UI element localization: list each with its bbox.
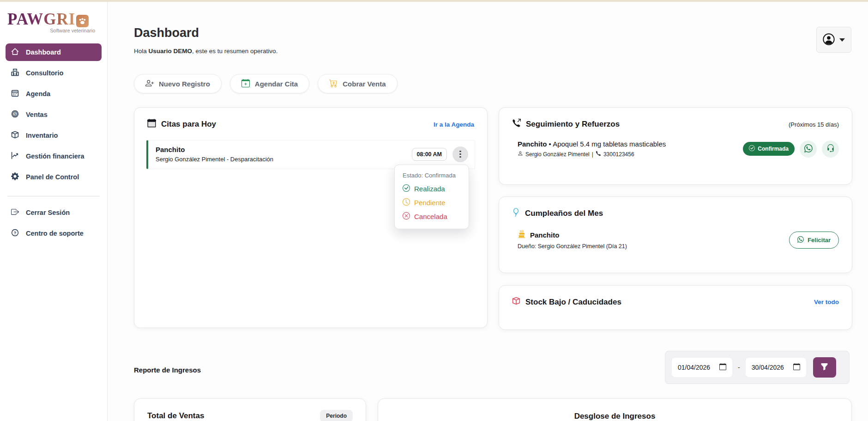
sidebar-item-agenda[interactable]: Agenda: [6, 85, 102, 103]
whatsapp-button[interactable]: [800, 140, 817, 158]
cumpleanos-card: Cumpleaños del Mes Panchito Du: [499, 196, 852, 273]
sidebar-item-label: Agenda: [26, 90, 50, 98]
sidebar-item-label: Consultorio: [26, 69, 63, 77]
user-menu-button[interactable]: [816, 27, 851, 53]
card-title-text: Total de Ventas: [147, 411, 204, 421]
balloon-icon: [512, 208, 520, 219]
page-title: Dashboard: [134, 26, 199, 40]
sidebar-item-consultorio[interactable]: Consultorio: [6, 64, 102, 82]
sidebar-item-label: Cerrar Sesión: [26, 209, 70, 216]
sidebar-item-cerrar-sesion[interactable]: Cerrar Sesión: [6, 204, 102, 221]
sidebar-item-ventas[interactable]: $ Ventas: [6, 106, 102, 123]
felicitar-label: Felicitar: [808, 237, 831, 244]
total-ventas-card: Total de Ventas Periodo: [134, 398, 366, 421]
date-to-value: 30/04/2026: [752, 364, 784, 371]
action-label: Cobrar Venta: [343, 80, 386, 88]
status-badge: Confirmada: [743, 142, 795, 156]
greeting-username: Usuario DEMO: [149, 48, 193, 55]
date-from-input[interactable]: 01/04/2026: [671, 357, 733, 378]
cart-plus-icon: [329, 79, 338, 89]
sidebar-item-label: Dashboard: [26, 49, 61, 56]
greeting-prefix: Hola: [134, 48, 149, 55]
person-icon: [518, 151, 523, 158]
main-content: Dashboard Hola Usuario DEMO, este es tu …: [108, 2, 868, 421]
apply-filter-button[interactable]: [813, 357, 836, 378]
sidebar-nav: Dashboard Consultorio Agenda: [0, 43, 107, 186]
cobrar-venta-button[interactable]: Cobrar Venta: [318, 74, 397, 93]
chevron-down-icon: [839, 38, 845, 42]
cumpleanos-item: Panchito Dueño: Sergio González Pimentel…: [499, 228, 852, 250]
action-label: Agendar Cita: [255, 80, 298, 88]
desglose-ingresos-card: Desglose de Ingresos: [378, 398, 852, 421]
menu-option-pendiente[interactable]: Pendiente: [403, 198, 461, 207]
home-icon: [11, 48, 19, 57]
seguimiento-pet-name: Panchito: [518, 140, 547, 148]
call-support-button[interactable]: [822, 140, 839, 158]
cumpleanos-owner-line: Dueño: Sergio González Pimentel (Día 21): [518, 243, 627, 250]
ver-todo-link[interactable]: Ver todo: [814, 299, 839, 305]
nuevo-registro-button[interactable]: Nuevo Registro: [134, 74, 222, 93]
trend-chart-icon: [11, 152, 19, 161]
sidebar-item-inventario[interactable]: Inventario: [6, 127, 102, 144]
logout-icon: [11, 208, 19, 217]
pipe-separator: |: [592, 151, 593, 158]
date-from-value: 01/04/2026: [678, 364, 710, 371]
sidebar-item-label: Panel de Control: [26, 173, 79, 181]
appointment-options-button[interactable]: [452, 146, 468, 162]
reporte-section-title: Reporte de Ingresos: [134, 366, 201, 374]
agendar-cita-button[interactable]: Agendar Cita: [230, 74, 309, 93]
sidebar-item-label: Gestión financiera: [26, 153, 84, 160]
card-title-text: Stock Bajo / Caducidades: [525, 298, 621, 307]
menu-option-label: Pendiente: [414, 199, 446, 207]
felicitar-button[interactable]: Felicitar: [789, 232, 839, 249]
appointment-info: Panchito Sergio González Pimentel - Desp…: [156, 146, 273, 163]
brand-tagline: Software veterinario: [7, 28, 101, 33]
top-accent-strip: [0, 0, 868, 2]
phone-outbound-icon: [512, 119, 521, 130]
calendar-plus-icon: [241, 79, 250, 89]
x-circle-icon: [403, 212, 410, 221]
person-plus-icon: [145, 79, 154, 89]
calendar-icon: [147, 119, 156, 130]
appointment-detail: Sergio González Pimentel - Desparacitaci…: [156, 156, 273, 163]
appointment-pet-name: Panchito: [156, 146, 273, 153]
ir-a-la-agenda-link[interactable]: Ir a la Agenda: [434, 121, 474, 128]
help-circle-icon: ?: [11, 229, 19, 238]
sidebar-item-dashboard[interactable]: Dashboard: [6, 43, 102, 61]
menu-option-realizada[interactable]: Realizada: [403, 184, 461, 193]
calendar-icon: [719, 363, 726, 372]
action-label: Nuevo Registro: [159, 80, 210, 88]
card-title-text: Cumpleaños del Mes: [525, 209, 603, 218]
quick-actions: Nuevo Registro Agendar Cita Cobrar Venta: [134, 74, 398, 93]
seguimiento-info: Panchito • Apoquel 5.4 mg tabletas masti…: [518, 140, 666, 158]
sidebar-item-label: Ventas: [26, 111, 48, 118]
card-title-text: Citas para Hoy: [161, 120, 216, 129]
user-avatar-icon: [823, 33, 835, 47]
menu-option-label: Cancelada: [414, 213, 447, 220]
sidebar-footer-nav: Cerrar Sesión ? Centro de soporte: [0, 204, 107, 242]
sidebar-item-centro-de-soporte[interactable]: ? Centro de soporte: [6, 225, 102, 242]
dollar-coin-icon: $: [11, 110, 19, 119]
cake-icon: [518, 230, 526, 240]
sidebar-item-gestion-financiera[interactable]: Gestión financiera: [6, 147, 102, 165]
cumpleanos-pet-name: Panchito: [530, 231, 559, 239]
menu-option-label: Realizada: [414, 185, 445, 193]
box-icon: [11, 131, 19, 140]
brand-logo: PAWGRI Software veterinario: [0, 2, 107, 33]
package-alert-icon: [512, 297, 520, 307]
seguimiento-item: Panchito • Apoquel 5.4 mg tabletas masti…: [499, 139, 852, 158]
sidebar: PAWGRI Software veterinario Dashboard: [0, 2, 108, 421]
appointment-status-menu: Estado: Confirmada Realizada Pendiente C…: [394, 165, 469, 229]
seguimiento-owner: Sergio González Pimentel: [525, 151, 590, 158]
greeting-text: Hola Usuario DEMO, este es tu resumen op…: [134, 48, 277, 55]
card-title-text: Desglose de Ingresos: [378, 399, 851, 421]
date-range-separator: -: [738, 364, 740, 371]
seguimiento-phone: 3300123456: [603, 151, 634, 158]
paw-icon: [76, 15, 89, 27]
menu-option-cancelada[interactable]: Cancelada: [403, 212, 461, 221]
date-to-input[interactable]: 30/04/2026: [745, 357, 807, 378]
seguimiento-range-note: (Próximos 15 días): [789, 121, 839, 128]
bullet-separator: •: [549, 140, 551, 148]
appointment-time-badge: 08:00 AM: [412, 148, 447, 161]
sidebar-item-panel-de-control[interactable]: Panel de Control: [6, 168, 102, 186]
